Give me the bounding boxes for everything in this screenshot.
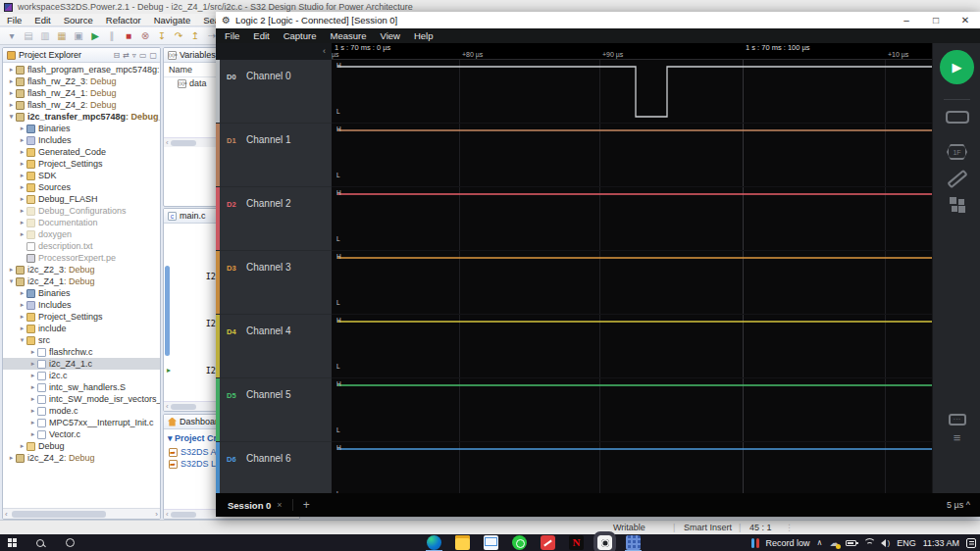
step-return-icon[interactable]: ↥ <box>188 29 202 43</box>
tree-expander[interactable]: ▸ <box>18 301 26 309</box>
tree-expander[interactable]: ▸ <box>28 372 37 379</box>
tree-expander[interactable]: ▾ <box>18 336 26 344</box>
channel-waveform-lane[interactable]: H L <box>332 442 932 493</box>
action-center-icon[interactable] <box>966 538 976 548</box>
tree-item[interactable]: ▸ Generated_Code <box>3 146 160 158</box>
tree-expander[interactable]: ▸ <box>28 419 37 426</box>
tree-expander[interactable]: ▸ <box>18 442 26 450</box>
channel-label-row[interactable]: D3 Channel 3 <box>216 251 332 315</box>
tree-item[interactable]: ▸ intc_sw_handlers.S <box>3 381 160 393</box>
tree-item[interactable]: ▸ Debug_FLASH <box>3 193 160 205</box>
tree-expander[interactable]: ▸ <box>18 125 26 132</box>
channel-waveform-lane[interactable]: H L <box>332 187 932 251</box>
close-button[interactable]: ✕ <box>951 12 980 28</box>
logic-menu-item[interactable]: View <box>380 30 399 41</box>
tree-item[interactable]: ▸ Debug_Configurations <box>3 205 160 217</box>
language-indicator[interactable]: ENG <box>897 538 916 548</box>
maximize-icon[interactable]: ▢ <box>149 51 157 60</box>
tree-expander[interactable]: ▸ <box>7 66 16 74</box>
tree-item[interactable]: ▸ doxygen <box>3 228 160 240</box>
tree-expander[interactable]: ▸ <box>18 195 26 203</box>
edge-taskbar-icon[interactable] <box>427 535 441 550</box>
tree-expander[interactable]: ▸ <box>7 266 16 274</box>
project-explorer-hscrollbar[interactable]: ‹ › <box>3 508 160 519</box>
tree-expander[interactable]: ▸ <box>18 230 26 238</box>
build-icon[interactable]: ▦ <box>55 29 69 43</box>
cortana-button[interactable] <box>55 538 84 547</box>
tree-expander[interactable]: ▸ <box>7 77 16 85</box>
view-menu-icon[interactable]: ▿ <box>132 51 136 60</box>
onedrive-icon[interactable]: ☁ <box>829 538 839 548</box>
extensions-icon[interactable] <box>933 197 980 217</box>
channel-waveform-lane[interactable]: H L <box>332 124 932 187</box>
tree-item[interactable]: ▸ Debug <box>3 440 160 452</box>
tree-expander[interactable]: ▸ <box>18 325 26 332</box>
tree-expander[interactable]: ▸ <box>18 219 26 226</box>
channel-waveform-lane[interactable]: H L <box>332 378 932 442</box>
timeline-track[interactable]: 1 s : 70 ms : 0 µs µs +80 µs+90 µs1 s : … <box>332 43 932 60</box>
tree-item[interactable]: ▸ Project_Settings <box>3 158 160 170</box>
channel-waveform-lane[interactable]: H L <box>332 60 932 124</box>
tab-dashboard[interactable]: Dashboard <box>168 417 223 426</box>
stop-icon[interactable]: ■ <box>122 29 135 43</box>
tree-item[interactable]: ▸ i2c_Z4_1.c <box>3 358 160 370</box>
whatsapp-taskbar-icon[interactable] <box>512 535 527 550</box>
zoom-level[interactable]: 5 µs ^ <box>947 500 980 510</box>
tree-expander[interactable]: ▸ <box>28 348 37 356</box>
debug-icon[interactable]: ▶ <box>88 29 102 43</box>
tree-item[interactable]: ▸ intc_SW_mode_isr_vectors_MPC57 <box>3 393 160 405</box>
collapse-all-icon[interactable]: ⊟ <box>113 51 120 60</box>
tree-expander[interactable]: ▾ <box>7 113 16 121</box>
channel-label-row[interactable]: D6 Channel 6 <box>216 442 332 493</box>
tree-item[interactable]: ▸ Binaries <box>3 287 160 299</box>
tree-expander[interactable]: ▸ <box>18 313 26 321</box>
session-tab[interactable]: Session 0 × <box>216 493 292 517</box>
tree-item[interactable]: ▾ i2c_transfer_mpc5748g : Debug_FLAS <box>3 111 160 123</box>
tree-item[interactable]: ▸ i2c_Z4_2 : Debug <box>3 452 160 464</box>
tree-expander[interactable]: ▾ <box>7 277 16 285</box>
start-capture-button[interactable]: ▶ <box>940 50 974 84</box>
minimize-button[interactable]: – <box>892 12 921 28</box>
eclipse-menu-item[interactable]: Refactor <box>106 15 141 25</box>
channel-waveform-lane[interactable]: H L <box>332 251 932 315</box>
channel-label-row[interactable]: D4 Channel 4 <box>216 315 332 378</box>
channel-label-row[interactable]: D1 Channel 1 <box>216 124 332 187</box>
wifi-icon[interactable] <box>863 538 874 547</box>
tree-item[interactable]: ▸ Documentation <box>3 217 160 228</box>
tree-expander[interactable]: ▸ <box>7 454 16 462</box>
mail-taskbar-icon[interactable] <box>484 535 498 550</box>
battery-icon[interactable] <box>846 540 856 546</box>
logic-menu-item[interactable]: Edit <box>253 30 269 41</box>
s32ds-taskbar-icon[interactable] <box>626 535 641 550</box>
new-wizard-icon[interactable]: ▾ <box>5 29 19 43</box>
tree-item[interactable]: ▸ flash_rw_Z4_2 : Debug <box>3 99 160 111</box>
tree-item[interactable]: ▸ i2c_Z2_3 : Debug <box>3 264 160 276</box>
minimize-icon[interactable]: ▭ <box>139 51 147 60</box>
tree-expander[interactable]: ▸ <box>18 136 26 144</box>
search-button[interactable] <box>26 539 55 547</box>
tree-item[interactable]: description.txt <box>3 240 160 252</box>
tree-item[interactable]: ▸ Binaries <box>3 123 160 134</box>
logic-menu-item[interactable]: Capture <box>284 30 317 41</box>
tree-expander[interactable]: ▸ <box>28 383 37 391</box>
eclipse-menu-item[interactable]: Edit <box>34 15 50 25</box>
comments-icon[interactable]: ··· <box>933 408 980 426</box>
tree-expander[interactable]: ▸ <box>18 172 26 179</box>
step-over-icon[interactable]: ↷ <box>172 29 185 43</box>
clock[interactable]: 11:33 AM <box>923 538 959 548</box>
red-app-taskbar-icon[interactable] <box>541 535 555 550</box>
channel-label-row[interactable]: D2 Channel 2 <box>216 187 332 251</box>
tree-item[interactable]: ▸ flashrchw.c <box>3 346 160 358</box>
device-settings-icon[interactable] <box>933 110 980 127</box>
tree-item[interactable]: ▾ src <box>3 334 160 346</box>
weather-label[interactable]: Record low <box>766 538 810 548</box>
logic-menu-item[interactable]: File <box>225 30 239 41</box>
new-console-icon[interactable]: ▣ <box>72 29 85 43</box>
logic-menu-item[interactable]: Measure <box>331 30 367 41</box>
measurements-icon[interactable] <box>933 169 980 186</box>
tree-expander[interactable]: ▸ <box>28 407 37 415</box>
save-all-icon[interactable]: ▥ <box>38 29 52 43</box>
tree-expander[interactable]: ▸ <box>18 207 26 215</box>
tree-expander[interactable]: ▸ <box>28 430 37 438</box>
tree-expander[interactable]: ▸ <box>7 101 16 109</box>
